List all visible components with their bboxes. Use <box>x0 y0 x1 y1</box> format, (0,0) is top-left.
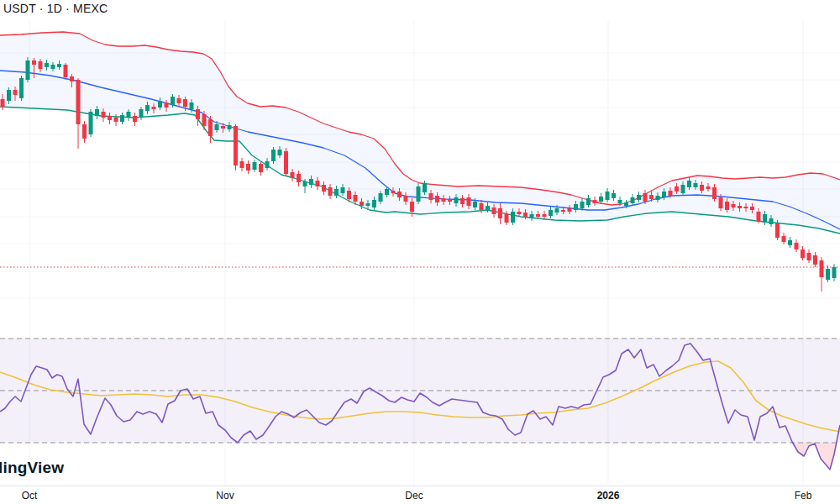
candle-body <box>89 112 93 134</box>
candle-body <box>165 102 169 108</box>
candle-body <box>725 202 729 210</box>
candle-body <box>39 61 43 69</box>
candle-body <box>51 65 55 69</box>
candle-body <box>190 102 194 109</box>
candle-body <box>328 187 333 196</box>
candle-body <box>234 126 238 165</box>
candle-body <box>712 187 717 199</box>
candle-body <box>517 212 522 214</box>
candle-body <box>460 198 465 204</box>
candle-body <box>334 189 339 196</box>
candle-body <box>467 197 471 206</box>
candle-body <box>297 174 301 182</box>
candle-body <box>13 90 18 95</box>
candle-body <box>215 124 219 130</box>
candle-body <box>385 189 389 195</box>
candle-body <box>706 186 711 189</box>
candle-body <box>64 65 68 77</box>
candle-body <box>498 208 502 218</box>
candle-body <box>379 193 383 202</box>
candle-body <box>366 203 370 206</box>
candle-body <box>757 212 761 221</box>
candle-body <box>593 200 597 203</box>
candle-body <box>322 185 326 192</box>
time-axis[interactable]: OctNovDec2026Feb <box>0 486 840 504</box>
candle-body <box>442 198 446 202</box>
candle-body <box>95 109 99 116</box>
candle-body <box>763 214 767 223</box>
candle-body <box>114 118 118 122</box>
candle-body <box>221 126 225 129</box>
candle-body <box>271 150 276 161</box>
candle-body <box>202 114 207 126</box>
candle-body <box>57 64 61 67</box>
candle-body <box>580 202 585 208</box>
candle-body <box>669 191 673 196</box>
candle-body <box>486 206 490 210</box>
candle-body <box>719 197 723 208</box>
candle-body <box>171 97 175 105</box>
candle-body <box>505 214 509 223</box>
candle-body <box>530 214 534 218</box>
candle-body <box>826 269 830 280</box>
candle-body <box>397 192 402 197</box>
candle-body <box>246 164 250 171</box>
tradingview-logo[interactable]: lingView <box>0 459 64 477</box>
candle-body <box>511 212 515 223</box>
candle-body <box>240 161 244 168</box>
time-axis-label: Feb <box>795 490 812 501</box>
candle-body <box>423 184 427 192</box>
candle-body <box>656 196 660 200</box>
candle-body <box>284 151 288 174</box>
candle-body <box>70 76 74 81</box>
candle-body <box>145 105 150 111</box>
candle-body <box>795 243 799 249</box>
candle-body <box>543 214 547 217</box>
candle-body <box>606 192 610 200</box>
candle-body <box>341 187 345 193</box>
candle-body <box>76 80 81 124</box>
candle-body <box>744 207 748 208</box>
candle-body <box>782 236 786 242</box>
candle-body <box>259 164 263 172</box>
candle-body <box>196 109 200 119</box>
candle-body <box>561 210 565 212</box>
symbol-title: USDT · 1D · MEXC <box>3 2 108 15</box>
candle-body <box>120 115 124 122</box>
candle-body <box>681 185 685 193</box>
trading-chart-app: USDT · 1D · MEXC lingView OctNovDec2026F… <box>0 0 840 504</box>
candle-body <box>309 179 313 185</box>
candle-body <box>687 181 691 187</box>
candle-body <box>253 162 257 170</box>
candle-body <box>586 198 591 205</box>
candle-body <box>429 193 433 200</box>
bollinger-fill <box>0 32 840 234</box>
price-chart-canvas[interactable] <box>0 0 840 504</box>
candle-body <box>832 267 837 278</box>
candle-body <box>32 60 36 65</box>
candle-body <box>454 197 459 203</box>
candle-body <box>807 253 811 260</box>
candle-body <box>549 210 553 216</box>
candle-body <box>662 192 666 197</box>
time-axis-label: Oct <box>22 490 38 501</box>
candle-body <box>599 197 603 202</box>
candle-body <box>523 213 528 217</box>
candle-body <box>278 150 282 155</box>
candle-body <box>769 218 774 224</box>
candle-body <box>492 207 496 214</box>
candle-body <box>473 202 477 207</box>
candle-body <box>360 202 364 206</box>
candle-body <box>775 223 780 238</box>
candle-body <box>82 124 87 139</box>
candle-body <box>618 200 622 203</box>
candle-body <box>637 195 641 200</box>
candle-body <box>417 186 421 202</box>
candle-body <box>631 197 635 203</box>
candle-body <box>574 204 578 210</box>
candle-body <box>624 202 628 206</box>
time-axis-label: Nov <box>216 490 234 501</box>
candle-body <box>750 207 754 210</box>
candle-body <box>404 196 408 202</box>
candle-body <box>732 204 736 207</box>
